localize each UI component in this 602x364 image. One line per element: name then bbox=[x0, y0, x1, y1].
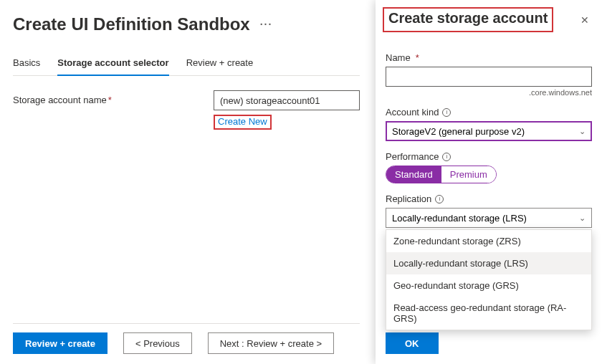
page-title: Create UI Definition Sandbox bbox=[13, 14, 250, 34]
name-input[interactable] bbox=[386, 67, 592, 87]
create-new-link[interactable]: Create New bbox=[214, 115, 272, 130]
replication-option-lrs[interactable]: Locally-redundant storage (LRS) bbox=[386, 252, 591, 274]
info-icon[interactable]: i bbox=[442, 108, 451, 117]
replication-option-grs[interactable]: Geo-redundant storage (GRS) bbox=[386, 274, 591, 297]
replication-dropdown-menu: Zone-redundant storage (ZRS) Locally-red… bbox=[386, 229, 592, 330]
name-suffix: .core.windows.net bbox=[386, 88, 592, 97]
account-kind-label: Account kind bbox=[386, 107, 439, 118]
storage-account-name-label: Storage account name bbox=[13, 95, 107, 105]
review-create-button[interactable]: Review + create bbox=[13, 332, 108, 354]
required-asterisk: * bbox=[416, 52, 419, 63]
replication-option-ragrs[interactable]: Read-access geo-redundant storage (RA-GR… bbox=[386, 297, 591, 330]
replication-value: Locally-redundant storage (LRS) bbox=[392, 213, 527, 224]
replication-label: Replication bbox=[386, 193, 431, 204]
close-icon[interactable]: ✕ bbox=[578, 11, 592, 29]
chevron-down-icon: ⌄ bbox=[579, 127, 586, 136]
tabs: Basics Storage account selector Review +… bbox=[13, 52, 360, 76]
tab-storage-account-selector[interactable]: Storage account selector bbox=[57, 52, 168, 75]
replication-select[interactable]: Locally-redundant storage (LRS) ⌄ bbox=[386, 208, 592, 228]
next-button[interactable]: Next : Review + create > bbox=[208, 332, 334, 354]
account-kind-select[interactable]: StorageV2 (general purpose v2) ⌄ bbox=[386, 121, 592, 141]
performance-label: Performance bbox=[386, 151, 439, 162]
ok-button[interactable]: OK bbox=[386, 332, 439, 354]
name-label: Name bbox=[386, 52, 411, 63]
info-icon[interactable]: i bbox=[442, 153, 451, 161]
account-kind-value: StorageV2 (general purpose v2) bbox=[392, 126, 525, 137]
create-storage-account-panel: Create storage account ✕ Name* .core.win… bbox=[376, 0, 602, 364]
performance-premium[interactable]: Premium bbox=[441, 166, 496, 183]
required-asterisk: * bbox=[108, 95, 112, 105]
replication-option-zrs[interactable]: Zone-redundant storage (ZRS) bbox=[386, 230, 591, 252]
performance-standard[interactable]: Standard bbox=[386, 166, 441, 183]
chevron-down-icon: ⌄ bbox=[579, 214, 586, 223]
performance-segmented: Standard Premium bbox=[386, 166, 497, 183]
storage-account-name-input[interactable] bbox=[214, 90, 360, 110]
info-icon[interactable]: i bbox=[435, 195, 444, 203]
previous-button[interactable]: < Previous bbox=[123, 332, 192, 354]
more-icon[interactable]: ··· bbox=[260, 19, 273, 30]
panel-title: Create storage account bbox=[383, 7, 553, 32]
tab-review-create[interactable]: Review + create bbox=[186, 52, 254, 75]
tab-basics[interactable]: Basics bbox=[13, 52, 40, 75]
